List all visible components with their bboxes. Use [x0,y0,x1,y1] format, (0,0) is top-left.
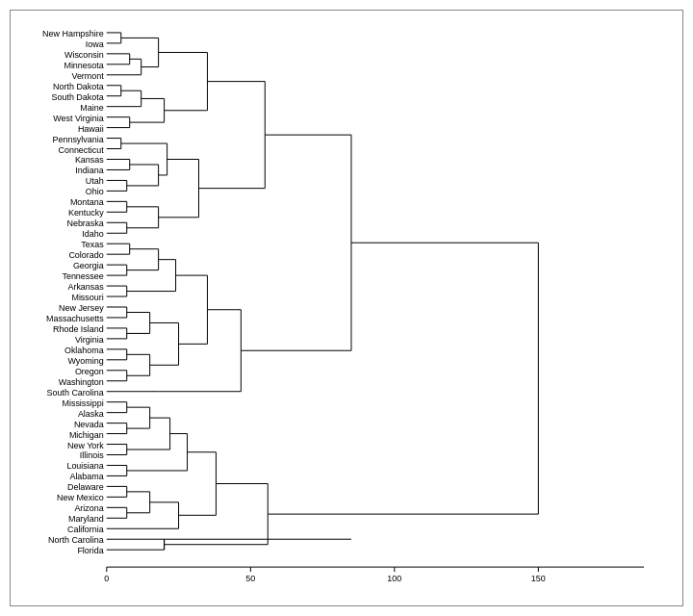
svg-text:Maryland: Maryland [68,514,104,524]
svg-text:Delaware: Delaware [67,482,104,492]
svg-text:North Dakota: North Dakota [53,82,104,91]
svg-text:New Hampshire: New Hampshire [42,29,104,38]
svg-text:Pennsylvania: Pennsylvania [52,135,103,144]
svg-text:Kansas: Kansas [75,155,104,165]
svg-text:South Dakota: South Dakota [51,92,103,102]
svg-text:South Carolina: South Carolina [46,388,103,398]
svg-text:Nevada: Nevada [74,420,104,429]
svg-text:Montana: Montana [70,197,104,207]
svg-text:Massachusetts: Massachusetts [46,314,104,323]
x-axis: 0 50 100 150 [104,567,644,583]
svg-text:Louisiana: Louisiana [66,461,103,471]
svg-text:Nebraska: Nebraska [66,218,103,228]
svg-text:Wyoming: Wyoming [68,356,104,366]
svg-text:Washington: Washington [59,377,104,387]
svg-text:Tennessee: Tennessee [62,271,103,281]
svg-text:Vermont: Vermont [71,71,104,81]
svg-text:Florida: Florida [77,546,103,555]
svg-text:Texas: Texas [81,240,104,249]
svg-text:Arizona: Arizona [74,503,103,513]
svg-text:Arkansas: Arkansas [67,282,104,292]
svg-text:0: 0 [104,574,109,583]
svg-text:Kentucky: Kentucky [68,208,104,218]
svg-text:Rhode Island: Rhode Island [53,324,104,334]
svg-text:Hawaii: Hawaii [78,124,104,134]
svg-text:Minnesota: Minnesota [64,61,103,70]
svg-text:Oklahoma: Oklahoma [64,346,104,355]
svg-text:Utah: Utah [86,176,104,186]
dendrogram-chart: New Hampshire Iowa Wisconsin Minnesota V… [10,10,683,606]
svg-text:50: 50 [245,574,255,583]
svg-text:Maine: Maine [80,103,103,113]
svg-text:Missouri: Missouri [71,293,103,302]
svg-text:Michigan: Michigan [69,430,104,440]
svg-text:Georgia: Georgia [73,261,104,270]
svg-text:New Mexico: New Mexico [57,493,104,502]
dendrogram-lines [107,33,539,550]
svg-text:Connecticut: Connecticut [58,145,104,155]
svg-text:Idaho: Idaho [82,229,103,239]
svg-text:West Virginia: West Virginia [53,114,104,123]
svg-text:Alabama: Alabama [69,472,103,481]
svg-text:100: 100 [387,574,401,583]
svg-text:Colorado: Colorado [68,250,103,260]
svg-text:Virginia: Virginia [75,335,104,345]
svg-text:New Jersey: New Jersey [59,303,104,313]
svg-text:California: California [67,525,104,534]
svg-text:Illinois: Illinois [80,450,104,460]
state-labels: New Hampshire Iowa Wisconsin Minnesota V… [42,29,104,555]
svg-text:New York: New York [67,441,104,450]
svg-text:Indiana: Indiana [75,166,103,175]
svg-text:150: 150 [531,574,546,583]
svg-text:Ohio: Ohio [86,187,104,196]
svg-text:Mississippi: Mississippi [62,398,103,408]
svg-text:Wisconsin: Wisconsin [64,50,104,60]
svg-text:Oregon: Oregon [75,367,104,376]
svg-text:Iowa: Iowa [86,39,104,49]
svg-text:Alaska: Alaska [78,409,104,419]
svg-text:North Carolina: North Carolina [48,535,104,545]
